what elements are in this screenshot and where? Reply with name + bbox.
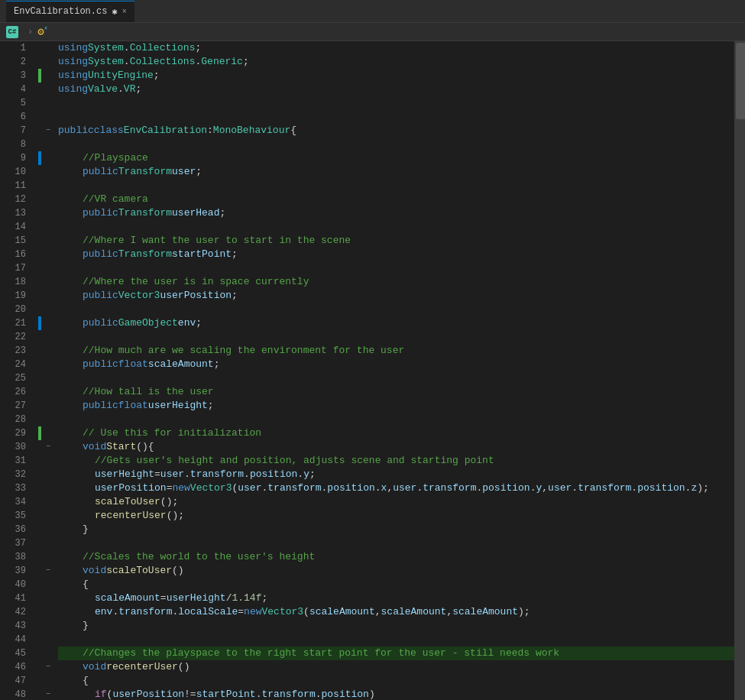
- no-collapse: [43, 165, 53, 179]
- indent-space: [58, 509, 70, 523]
- indent-space: [70, 481, 83, 495]
- change-indicator: [38, 220, 41, 234]
- indent-space: [58, 151, 70, 165]
- collapse-button[interactable]: −: [43, 440, 53, 454]
- indent-space: [70, 275, 83, 289]
- no-collapse: [43, 619, 53, 633]
- indent-space: [70, 564, 83, 578]
- line-number: 19: [0, 289, 32, 303]
- code-line: public Vector3 userPosition;: [58, 289, 734, 303]
- no-collapse: [43, 69, 53, 83]
- line-number: 14: [0, 220, 32, 234]
- no-collapse: [43, 179, 53, 193]
- change-indicator: [38, 647, 41, 660]
- change-indicator: [38, 509, 41, 523]
- no-collapse: [43, 316, 53, 330]
- editor-tab[interactable]: EnvCalibration.cs ✱ ×: [6, 1, 134, 22]
- line-number: 3: [0, 69, 32, 83]
- line-number: 33: [0, 481, 32, 495]
- collapse-button[interactable]: −: [43, 564, 53, 578]
- indent-space: [58, 495, 70, 509]
- indent-space: [70, 523, 83, 536]
- change-indicator: [38, 41, 41, 55]
- indent-space: [58, 647, 70, 660]
- code-line: //Scales the world to the user's height: [58, 550, 734, 564]
- indent-space: [83, 605, 95, 619]
- line-number: 35: [0, 509, 32, 523]
- no-collapse: [43, 591, 53, 605]
- line-number: 42: [0, 605, 32, 619]
- indent-space: [83, 495, 95, 509]
- no-collapse: [43, 55, 53, 69]
- line-number: 27: [0, 399, 32, 413]
- code-line: void recenterUser(): [58, 660, 734, 674]
- line-number: 24: [0, 358, 32, 371]
- indent-space: [58, 426, 70, 440]
- indent-space: [70, 289, 83, 303]
- indent-space: [70, 206, 83, 220]
- collapse-column: − − − − −: [43, 41, 53, 700]
- indent-space: [70, 193, 83, 206]
- indent-space: [70, 358, 83, 371]
- code-line: env.transform.localScale = new Vector3(s…: [58, 605, 734, 619]
- change-indicator: [38, 633, 41, 647]
- code-line: using UnityEngine;: [58, 69, 734, 83]
- change-indicator: [38, 371, 41, 385]
- change-indicator: [38, 674, 41, 688]
- indent-space: [70, 316, 83, 330]
- line-number: 38: [0, 550, 32, 564]
- code-line: [58, 138, 734, 151]
- indent-space: [58, 523, 70, 536]
- indent-space: [58, 344, 70, 358]
- indent-space: [70, 495, 83, 509]
- indent-space: [58, 193, 70, 206]
- indent-space: [70, 619, 83, 633]
- no-collapse: [43, 536, 53, 550]
- line-number: 7: [0, 124, 32, 138]
- tab-close-button[interactable]: ×: [122, 8, 127, 16]
- no-collapse: [43, 234, 53, 248]
- line-number: 21: [0, 316, 32, 330]
- indent-space: [70, 578, 83, 591]
- code-line: }: [58, 523, 734, 536]
- change-indicator: [38, 83, 41, 96]
- no-collapse: [43, 550, 53, 564]
- code-line: // Use this for initialization: [58, 426, 734, 440]
- code-line: [58, 536, 734, 550]
- code-line: userPosition = new Vector3(user.transfor…: [58, 481, 734, 495]
- indent-space: [70, 344, 83, 358]
- collapse-button[interactable]: −: [43, 660, 53, 674]
- no-collapse: [43, 193, 53, 206]
- change-indicator: [38, 523, 41, 536]
- indent-space: [58, 206, 70, 220]
- indent-space: [83, 688, 95, 700]
- title-bar: EnvCalibration.cs ✱ ×: [0, 0, 745, 23]
- indent-space: [58, 688, 70, 700]
- indent-space: [58, 550, 70, 564]
- indent-space: [58, 289, 70, 303]
- code-line: //Where I want the user to start in the …: [58, 234, 734, 248]
- line-number: 4: [0, 83, 32, 96]
- indent-space: [70, 385, 83, 399]
- no-collapse: [43, 454, 53, 468]
- scrollbar-thumb[interactable]: [736, 43, 745, 119]
- change-indicator: [38, 289, 41, 303]
- collapse-button[interactable]: −: [43, 688, 53, 700]
- line-number: 1: [0, 41, 32, 55]
- vertical-scrollbar[interactable]: [734, 41, 745, 700]
- indent-space: [58, 316, 70, 330]
- no-collapse: [43, 385, 53, 399]
- code-line: public Transform startPoint;: [58, 248, 734, 261]
- tab-filename: EnvCalibration.cs: [14, 6, 107, 17]
- code-line: {: [58, 674, 734, 688]
- indent-space: [70, 674, 83, 688]
- change-indicator: [38, 440, 41, 454]
- line-number: 16: [0, 248, 32, 261]
- collapse-button[interactable]: −: [43, 124, 53, 138]
- no-collapse: [43, 344, 53, 358]
- no-collapse: [43, 509, 53, 523]
- code-line: void scaleToUser(): [58, 564, 734, 578]
- indent-space: [83, 591, 95, 605]
- line-number: 6: [0, 110, 32, 124]
- no-collapse: [43, 578, 53, 591]
